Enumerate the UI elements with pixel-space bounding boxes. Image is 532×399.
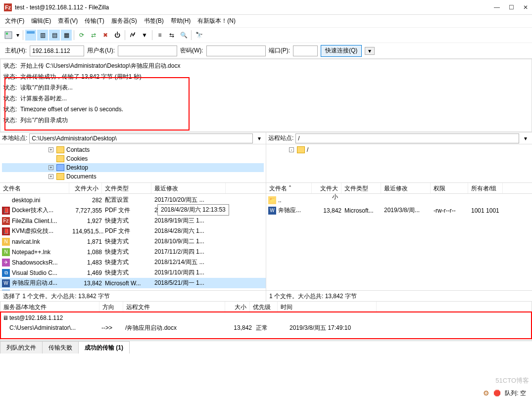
col-date[interactable]: 最近修改 bbox=[151, 183, 226, 193]
tree-item[interactable]: -/ bbox=[274, 145, 530, 154]
queue-server-row[interactable]: 🖥 test@192.168.1.112 bbox=[2, 313, 530, 323]
menu-view[interactable]: 查看(V) bbox=[58, 17, 78, 25]
svg-rect-3 bbox=[27, 34, 35, 39]
col-type[interactable]: 文件类型 bbox=[102, 183, 151, 193]
col-size[interactable]: 文件大小 bbox=[69, 183, 102, 193]
qcol-remote[interactable]: 远程文件 bbox=[123, 302, 225, 311]
window-title: test - test@192.168.1.112 - FileZilla bbox=[15, 4, 494, 11]
pass-label: 密码(W): bbox=[180, 46, 203, 55]
server-icon: 🖥 bbox=[2, 314, 9, 321]
compare-icon[interactable]: ≡ bbox=[154, 30, 165, 41]
col-date[interactable]: 最近修改 bbox=[381, 183, 431, 193]
qcol-server[interactable]: 服务器/本地文件 bbox=[0, 302, 99, 311]
log-row: 状态:计算服务器时差... bbox=[3, 93, 529, 104]
quickconnect-dropdown[interactable]: ▾ bbox=[365, 47, 375, 55]
menu-edit[interactable]: 编辑(E) bbox=[31, 17, 51, 25]
file-row[interactable]: ⧉Visual Studio C...1,469快捷方式2019/1/10/周四… bbox=[0, 267, 266, 278]
local-site-label: 本地站点: bbox=[2, 134, 27, 142]
local-list-header: 文件名 文件大小 文件类型 最近修改 bbox=[0, 183, 266, 194]
file-icon: W bbox=[2, 279, 10, 287]
close-button[interactable]: ✕ bbox=[523, 4, 528, 11]
col-type[interactable]: 文件类型 bbox=[341, 183, 381, 193]
file-row[interactable]: 📕KVM虚拟化技...114,951,5...PDF 文件2018/4/28/周… bbox=[0, 226, 266, 236]
svg-rect-2 bbox=[27, 31, 35, 34]
menu-transfer[interactable]: 传输(T) bbox=[85, 17, 104, 25]
col-own[interactable]: 所有者/组 bbox=[468, 183, 503, 193]
maximize-button[interactable]: ☐ bbox=[509, 4, 514, 11]
menu-bookmarks[interactable]: 书签(B) bbox=[144, 17, 164, 25]
transfer-queue[interactable]: 🖥 test@192.168.1.112 C:\Users\Administra… bbox=[0, 312, 532, 341]
log-row: 状态:读取"/"的目录列表... bbox=[3, 82, 529, 93]
menu-file[interactable]: 文件(F) bbox=[5, 17, 24, 25]
local-path-input[interactable] bbox=[29, 133, 253, 143]
toggle-remote-tree-icon[interactable]: ▤ bbox=[49, 30, 60, 41]
quickconnect-button[interactable]: 快速连接(Q) bbox=[321, 45, 362, 57]
remote-list-header: 文件名 ˄ 文件大小 文件类型 最近修改 权限 所有者/组 bbox=[266, 183, 532, 194]
queue-file-row[interactable]: C:\Users\Administrator\... -->> /奔驰应用启动.… bbox=[2, 323, 530, 333]
filter-icon[interactable]: ▼ bbox=[139, 30, 150, 41]
col-size[interactable]: 文件大小 bbox=[312, 183, 341, 193]
file-row[interactable]: 📁.. bbox=[266, 195, 532, 205]
local-path-dropdown[interactable]: ▾ bbox=[255, 135, 264, 142]
tree-item[interactable]: +Desktop bbox=[2, 163, 264, 172]
process-queue-icon[interactable]: ⇄ bbox=[88, 30, 99, 41]
menu-help[interactable]: 帮助(H) bbox=[171, 17, 191, 25]
folder-icon bbox=[56, 173, 64, 180]
file-row[interactable]: ⚙desktop.ini282配置设置2017/10/20/周五 ... bbox=[0, 195, 266, 205]
file-row[interactable]: ✈ShadowsocksR...1,483快捷方式2018/12/14/周五 .… bbox=[0, 257, 266, 267]
local-tree[interactable]: +ContactsCookies+Desktop+Documents bbox=[0, 144, 266, 183]
host-input[interactable] bbox=[30, 45, 84, 56]
sitemanager-dropdown-icon[interactable]: ▾ bbox=[15, 30, 21, 41]
cancel-icon[interactable]: ✖ bbox=[100, 30, 111, 41]
remote-path-input[interactable] bbox=[295, 133, 519, 143]
remote-status: 1 个文件。大小总共: 13,842 字节 bbox=[266, 290, 532, 301]
qcol-time[interactable]: 时间 bbox=[278, 302, 377, 311]
file-row[interactable]: W奔驰应...13,842Microsoft...2019/3/8/周...-r… bbox=[266, 205, 532, 216]
file-row[interactable]: NNotepad++.lnk1,088快捷方式2017/11/2/周四 1... bbox=[0, 247, 266, 257]
qcol-dir[interactable]: 方向 bbox=[99, 302, 123, 311]
binoculars-icon[interactable]: 🔭 bbox=[193, 30, 204, 41]
toggle-local-tree-icon[interactable]: ▥ bbox=[37, 30, 48, 41]
col-name[interactable]: 文件名 bbox=[0, 183, 69, 193]
toggle-log-icon[interactable] bbox=[25, 30, 36, 41]
file-row[interactable]: W奔驰应用启动.d...13,842Microsoft W...2018/5/2… bbox=[0, 278, 266, 288]
remote-path-dropdown[interactable]: ▾ bbox=[521, 135, 530, 142]
svg-rect-1 bbox=[6, 33, 8, 35]
tab-failed[interactable]: 传输失败 bbox=[42, 341, 79, 354]
file-row[interactable]: Nnavicat.lnk1,871快捷方式2018/10/9/周二 1... bbox=[0, 236, 266, 247]
tree-item[interactable]: Cookies bbox=[2, 154, 264, 163]
menu-bar: 文件(F) 编辑(E) 查看(V) 传输(T) 服务器(S) 书签(B) 帮助(… bbox=[0, 15, 532, 27]
user-input[interactable] bbox=[118, 45, 177, 56]
sync-browse-icon[interactable]: ⇆ bbox=[166, 30, 177, 41]
remote-tree[interactable]: -/ bbox=[266, 144, 532, 183]
message-log[interactable]: 状态:开始上传 C:\Users\Administrator\Desktop\奔… bbox=[0, 59, 532, 132]
host-label: 主机(H): bbox=[5, 46, 27, 55]
date-tooltip: 2018/4/28/周六 12:13:53 bbox=[157, 204, 229, 216]
menu-update[interactable]: 有新版本！(N) bbox=[197, 17, 236, 25]
remote-file-list[interactable]: 📁..W奔驰应...13,842Microsoft...2019/3/8/周..… bbox=[266, 194, 532, 290]
log-row: 状态:Timezone offset of server is 0 second… bbox=[3, 104, 529, 115]
menu-server[interactable]: 服务器(S) bbox=[111, 17, 137, 25]
refresh-icon[interactable]: ⟳ bbox=[76, 30, 87, 41]
tree-item[interactable]: +Documents bbox=[2, 172, 264, 181]
tree-item[interactable]: +Contacts bbox=[2, 145, 264, 154]
col-perm[interactable]: 权限 bbox=[431, 183, 468, 193]
gear-icon[interactable]: ⚙ bbox=[483, 389, 489, 397]
port-input[interactable] bbox=[293, 45, 318, 56]
tab-success[interactable]: 成功的传输 (1) bbox=[78, 341, 130, 354]
port-label: 端口(P): bbox=[269, 46, 290, 55]
disconnect-icon[interactable]: ⏻ bbox=[112, 30, 123, 41]
tab-queued[interactable]: 列队的文件 bbox=[0, 341, 43, 354]
minimize-button[interactable]: — bbox=[494, 4, 500, 11]
pass-input[interactable] bbox=[206, 45, 266, 56]
toggle-queue-icon[interactable]: ▦ bbox=[61, 30, 72, 41]
col-name[interactable]: 文件名 ˄ bbox=[266, 183, 312, 193]
queue-tabs: 列队的文件 传输失败 成功的传输 (1) bbox=[0, 341, 532, 354]
file-row[interactable]: FzFileZilla Client.l...1,927快捷方式2018/9/1… bbox=[0, 216, 266, 226]
queue-header: 服务器/本地文件 方向 远程文件 大小 优先级 时间 bbox=[0, 301, 532, 312]
search-icon[interactable]: 🔍 bbox=[178, 30, 189, 41]
qcol-size[interactable]: 大小 bbox=[225, 302, 250, 311]
sitemanager-icon[interactable] bbox=[3, 30, 14, 41]
reconnect-icon[interactable]: 🗲 bbox=[127, 30, 138, 41]
qcol-prio[interactable]: 优先级 bbox=[250, 302, 278, 311]
